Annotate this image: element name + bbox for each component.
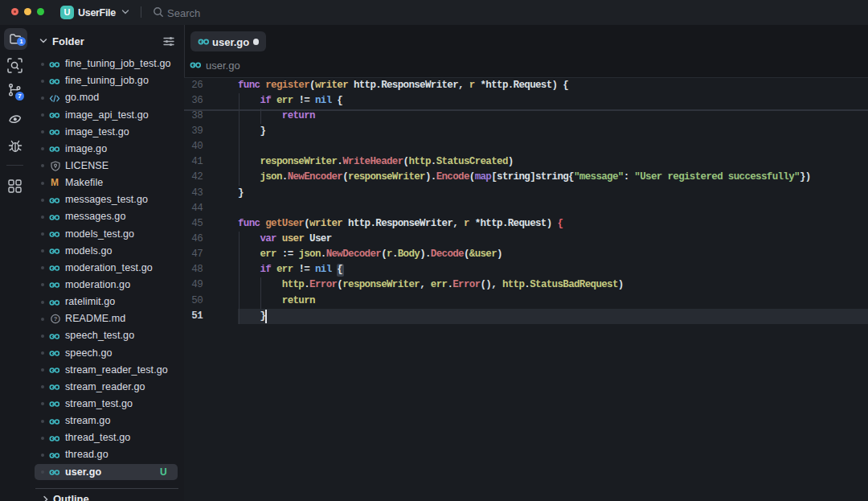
svg-text:?: ? (54, 315, 58, 322)
